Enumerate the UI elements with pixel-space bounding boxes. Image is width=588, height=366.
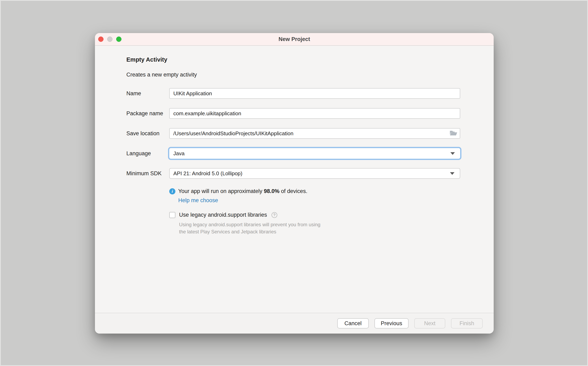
dialog-content: Empty Activity Creates a new empty activ… [95, 56, 494, 235]
form-row-save-location: Save location [126, 128, 494, 139]
zoom-button[interactable] [116, 37, 122, 42]
page-title: Empty Activity [126, 56, 494, 63]
language-dropdown[interactable]: Java [169, 148, 460, 159]
dialog-titlebar[interactable]: New Project [95, 33, 494, 46]
legacy-helper-line-1: Using legacy android.support libraries w… [179, 221, 494, 228]
form-row-package-name: Package name [126, 108, 494, 119]
package-name-label: Package name [126, 110, 169, 117]
form-row-language: Language Java [126, 148, 494, 159]
sdk-coverage-row: i Your app will run on approximately 98.… [169, 188, 494, 194]
save-location-input[interactable] [169, 128, 460, 139]
minimize-button[interactable] [107, 37, 113, 42]
chevron-down-icon [450, 152, 455, 155]
language-selected-value: Java [173, 150, 185, 157]
minimum-sdk-selected-value: API 21: Android 5.0 (Lollipop) [173, 170, 242, 177]
next-button: Next [414, 318, 445, 328]
name-field-wrap [169, 88, 460, 99]
legacy-libraries-block: Use legacy android.support libraries ? U… [169, 212, 494, 235]
package-name-field-wrap [169, 108, 460, 119]
info-icon: i [169, 188, 175, 194]
folder-icon [449, 130, 457, 137]
dialog-footer: Cancel Previous Next Finish [95, 313, 494, 334]
close-button[interactable] [98, 37, 103, 42]
use-legacy-libraries-label: Use legacy android.support libraries [179, 212, 267, 218]
traffic-lights [98, 37, 122, 42]
sdk-coverage-text: Your app will run on approximately 98.0%… [178, 188, 307, 194]
legacy-libraries-row: Use legacy android.support libraries ? [169, 212, 494, 218]
save-location-label: Save location [126, 130, 169, 137]
browse-folder-button[interactable] [449, 130, 457, 137]
minimum-sdk-label: Minimum SDK [126, 170, 169, 177]
name-input[interactable] [169, 88, 460, 99]
sdk-coverage-block: i Your app will run on approximately 98.… [169, 188, 494, 204]
save-location-field-wrap [169, 128, 460, 139]
package-name-input[interactable] [169, 108, 460, 119]
help-icon[interactable]: ? [271, 212, 277, 218]
legacy-libraries-helper-text: Using legacy android.support libraries w… [179, 221, 494, 235]
use-legacy-libraries-checkbox[interactable] [169, 212, 175, 218]
project-form: Name Package name Save location [126, 88, 494, 179]
sdk-coverage-percent: 98.0% [264, 188, 279, 194]
chevron-down-icon [450, 172, 455, 175]
legacy-helper-line-2: the latest Play Services and Jetpack lib… [179, 228, 494, 235]
sdk-coverage-text-before: Your app will run on approximately [178, 188, 264, 194]
finish-button: Finish [451, 318, 483, 328]
language-label: Language [126, 150, 169, 157]
previous-button[interactable]: Previous [374, 318, 409, 328]
name-label: Name [126, 90, 169, 97]
page-subtitle: Creates a new empty activity [126, 72, 494, 78]
minimum-sdk-dropdown[interactable]: API 21: Android 5.0 (Lollipop) [169, 168, 460, 179]
help-me-choose-link[interactable]: Help me choose [178, 197, 218, 204]
form-row-name: Name [126, 88, 494, 99]
new-project-dialog: New Project Empty Activity Creates a new… [95, 33, 494, 334]
sdk-coverage-text-after: of devices. [279, 188, 308, 194]
window-title: New Project [279, 36, 310, 42]
form-row-minimum-sdk: Minimum SDK API 21: Android 5.0 (Lollipo… [126, 168, 494, 179]
cancel-button[interactable]: Cancel [337, 318, 369, 328]
